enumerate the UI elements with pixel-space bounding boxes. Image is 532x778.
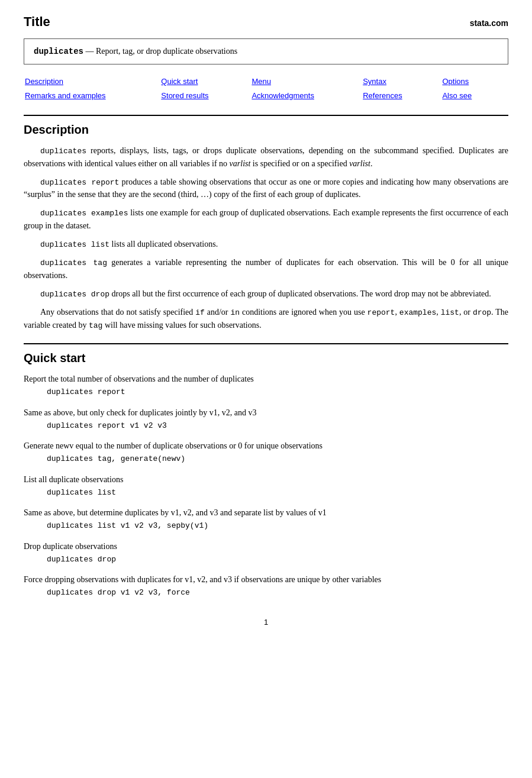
- nav-description[interactable]: Description: [25, 75, 160, 88]
- qs-item-1: Report the total number of observations …: [24, 373, 508, 398]
- qs-code-2: duplicates report v1 v2 v3: [24, 420, 508, 432]
- qs-desc-1: Report the total number of observations …: [24, 373, 508, 385]
- qs-code-6: duplicates drop: [24, 554, 508, 566]
- qs-desc-7: Force dropping observations with duplica…: [24, 573, 508, 586]
- description-section: Description duplicates reports, displays…: [24, 115, 508, 331]
- desc-para-2: duplicates report produces a table showi…: [24, 176, 508, 201]
- qs-code-5: duplicates list v1 v2 v3, sepby(v1): [24, 520, 508, 532]
- nav-quickstart[interactable]: Quick start: [161, 75, 250, 88]
- nav-references[interactable]: References: [363, 89, 441, 102]
- qs-code-1: duplicates report: [24, 386, 508, 398]
- page-header: Title stata.com: [24, 12, 508, 31]
- desc-para-7: Any observations that do not satisfy spe…: [24, 306, 508, 331]
- qs-item-2: Same as above, but only check for duplic…: [24, 406, 508, 432]
- desc-para-6: duplicates drop drops all but the first …: [24, 288, 508, 301]
- nav-stored-results[interactable]: Stored results: [161, 89, 250, 102]
- nav-acknowledgments[interactable]: Acknowledgments: [252, 89, 362, 102]
- desc-para-4: duplicates list lists all duplicated obs…: [24, 238, 508, 251]
- qs-desc-3: Generate newv equal to the number of dup…: [24, 440, 508, 452]
- qs-code-4: duplicates list: [24, 487, 508, 499]
- quickstart-heading: Quick start: [24, 343, 508, 367]
- nav-table: Description Quick start Menu Syntax Opti…: [24, 74, 508, 103]
- qs-item-6: Drop duplicate observations duplicates d…: [24, 540, 508, 566]
- quickstart-section: Quick start Report the total number of o…: [24, 343, 508, 599]
- desc-para-3: duplicates examples lists one example fo…: [24, 206, 508, 232]
- qs-item-4: List all duplicate observations duplicat…: [24, 473, 508, 499]
- nav-menu[interactable]: Menu: [252, 75, 362, 88]
- qs-item-7: Force dropping observations with duplica…: [24, 573, 508, 599]
- nav-syntax[interactable]: Syntax: [363, 75, 441, 88]
- qs-code-3: duplicates tag, generate(newv): [24, 453, 508, 465]
- description-heading: Description: [24, 115, 508, 138]
- qs-item-5: Same as above, but determine duplicates …: [24, 506, 508, 532]
- qs-desc-2: Same as above, but only check for duplic…: [24, 406, 508, 419]
- nav-options[interactable]: Options: [442, 75, 507, 88]
- nav-remarks[interactable]: Remarks and examples: [25, 89, 160, 102]
- page-title: Title: [24, 12, 50, 31]
- desc-para-5: duplicates tag generates a variable repr…: [24, 256, 508, 282]
- qs-item-3: Generate newv equal to the number of dup…: [24, 440, 508, 465]
- qs-desc-5: Same as above, but determine duplicates …: [24, 506, 508, 519]
- page-number: 1: [24, 616, 508, 628]
- command-box: duplicates — Report, tag, or drop duplic…: [24, 38, 508, 64]
- qs-code-7: duplicates drop v1 v2 v3, force: [24, 587, 508, 599]
- qs-desc-6: Drop duplicate observations: [24, 540, 508, 553]
- desc-para-1: duplicates reports, displays, lists, tag…: [24, 144, 508, 170]
- command-description: — Report, tag, or drop duplicate observa…: [86, 47, 238, 56]
- command-name: duplicates: [34, 47, 83, 56]
- qs-desc-4: List all duplicate observations: [24, 473, 508, 486]
- nav-also-see[interactable]: Also see: [442, 89, 507, 102]
- stata-brand: stata.com: [470, 17, 508, 30]
